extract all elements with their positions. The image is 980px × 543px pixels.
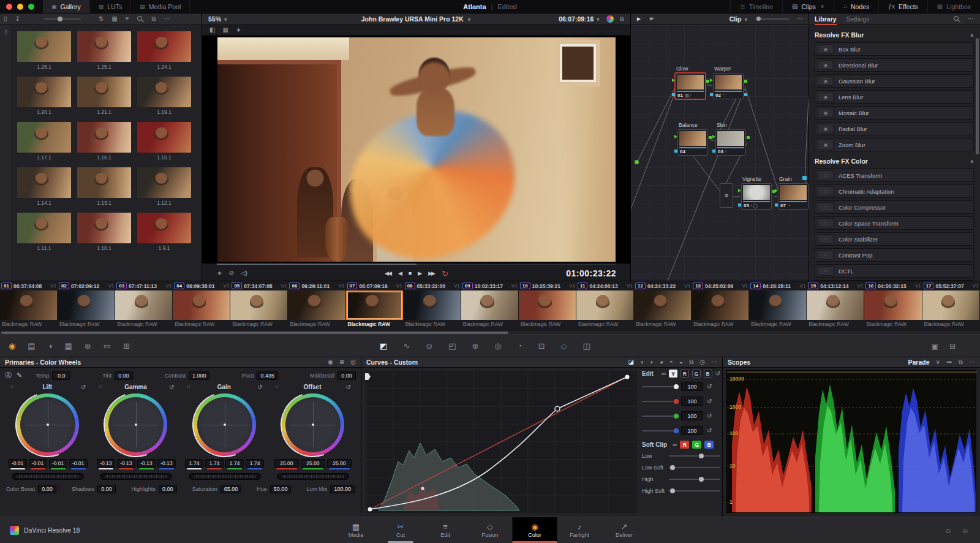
reset-icon[interactable]: ↺ <box>707 428 712 434</box>
gain-slider[interactable] <box>642 401 677 402</box>
log-wheels-icon[interactable]: ◑ <box>48 341 53 351</box>
scrollbar-handle[interactable] <box>1 332 508 334</box>
wheel-value[interactable]: -0.01 <box>29 459 47 468</box>
grid-view-icon[interactable]: ▦ <box>111 16 117 22</box>
page-button[interactable]: ✂ Cut <box>379 517 423 543</box>
page-button[interactable]: ♪ Fairlight <box>557 517 602 543</box>
timeline-clip[interactable]: 09 10:02:33:17 V1 Blackmagic RAW <box>461 281 519 335</box>
gain-value[interactable]: 100 <box>681 382 703 391</box>
still-item[interactable]: 1.24.1 <box>137 31 191 70</box>
adjustment-field[interactable]: Mid/Detail 0.00 <box>310 371 356 380</box>
still-thumbnail[interactable] <box>137 77 191 107</box>
wheel-value[interactable]: -0.01 <box>69 459 88 468</box>
rgb-mixer-icon[interactable]: ⊛ <box>85 341 91 351</box>
step-back-button[interactable]: ◀ <box>398 270 401 276</box>
clip-thumbnail[interactable] <box>519 290 576 320</box>
color-wheel-icon[interactable] <box>606 15 614 23</box>
clip-thumbnail[interactable] <box>922 290 979 320</box>
skip-to-start-button[interactable]: ◀◀ <box>385 270 391 276</box>
channel-b-button[interactable]: B <box>704 370 712 378</box>
clip-thumbnail[interactable] <box>346 290 403 320</box>
timeline-clip[interactable]: 06 06:29:11:01 V1 Blackmagic RAW <box>288 281 345 335</box>
minimize-window-button[interactable] <box>17 4 23 10</box>
close-window-button[interactable] <box>6 4 12 10</box>
footer-value[interactable]: 50.00 <box>270 485 292 493</box>
wheel-value[interactable]: -0.13 <box>157 459 176 468</box>
fx-item[interactable]: ∷ Color Space Transform <box>815 216 974 230</box>
hue-vs-hue-icon[interactable]: ◖ <box>640 359 644 365</box>
gain-master-slider[interactable] <box>189 473 261 480</box>
still-thumbnail[interactable] <box>17 31 71 62</box>
soft-slider[interactable] <box>669 490 720 492</box>
split-compare-icon[interactable]: ◧ <box>209 27 215 33</box>
gain-value[interactable]: 100 <box>681 411 703 420</box>
auto-balance-icon[interactable]: ◉ <box>328 359 333 365</box>
clip-thumbnail[interactable] <box>115 290 172 320</box>
layer-mixer-node[interactable]: ≋ <box>720 183 733 208</box>
clip-thumbnail[interactable] <box>807 290 864 320</box>
tab-library[interactable]: Library <box>815 13 837 25</box>
settings-gear-icon[interactable]: ☼ <box>962 526 969 535</box>
sidebar-toggle-icon[interactable]: ▯ <box>4 29 7 35</box>
grab-still-icon[interactable]: ↧ <box>15 16 20 22</box>
search-icon[interactable] <box>137 16 144 23</box>
qualifier-palette-icon[interactable]: ∿ <box>403 341 410 351</box>
still-albums-icon[interactable]: ▯ <box>4 16 7 22</box>
still-item[interactable]: 1.15.1 <box>137 122 191 161</box>
primaries-bars-icon[interactable]: ▤ <box>28 341 35 351</box>
thumbnail-size-slider[interactable] <box>44 18 81 20</box>
adjustment-field[interactable]: Pivot 0.435 <box>241 371 278 380</box>
still-thumbnail[interactable] <box>77 167 131 198</box>
timeline-clip[interactable]: 03 07:47:11:13 V1 Blackmagic RAW <box>115 281 173 335</box>
footer-field[interactable]: Shadows 0.00 <box>72 485 116 493</box>
wheel-mode-icon[interactable]: ⁙ <box>10 384 14 390</box>
still-item[interactable]: 1.21.1 <box>77 77 131 115</box>
footer-value[interactable]: 0.00 <box>38 485 56 493</box>
wheel-value[interactable]: 1.74 <box>205 459 224 468</box>
viewer-zoom-select[interactable]: 55% ∨ <box>208 15 228 23</box>
ab-compare-icon[interactable]: ◎ <box>350 359 356 365</box>
still-item[interactable]: 1.13.1 <box>77 167 131 206</box>
source-input-dot[interactable] <box>635 160 639 164</box>
node-warper[interactable]: Warper 02∷ <box>713 66 744 99</box>
channel-y-button[interactable]: Y <box>669 370 677 378</box>
adjustment-value[interactable]: 0.435 <box>257 371 278 380</box>
timeline-clip[interactable]: 16 04:56:32:15 V1 Blackmagic RAW <box>864 281 922 335</box>
lum-vs-sat-icon[interactable]: ◓ <box>669 359 673 365</box>
lift-master-slider[interactable] <box>12 473 84 480</box>
still-thumbnail[interactable] <box>77 122 131 153</box>
still-item[interactable]: 1.19.1 <box>137 77 191 115</box>
view-toggle[interactable]: ▦ Lightbox <box>927 0 980 13</box>
adjustment-value[interactable]: 1.000 <box>189 371 210 380</box>
reset-icon[interactable]: ↺ <box>169 384 174 390</box>
still-item[interactable]: 1.25.1 <box>77 31 131 70</box>
clip-thumbnail[interactable] <box>864 290 921 320</box>
channel-r-button[interactable]: R <box>680 370 689 378</box>
raw-palette-icon[interactable]: ⊞ <box>123 341 130 351</box>
node-zoom-slider[interactable] <box>755 18 790 20</box>
still-thumbnail[interactable] <box>137 213 191 243</box>
collapse-icon[interactable]: ∧ <box>970 159 974 164</box>
still-thumbnail[interactable] <box>137 167 191 198</box>
timeline-clip[interactable]: 15 04:13:12:14 V1 Blackmagic RAW <box>807 281 864 335</box>
wheel-value[interactable]: 1.74 <box>185 459 203 468</box>
fx-item[interactable]: ◉ Radial Blur <box>815 122 974 135</box>
soft-clip-r-button[interactable]: R <box>680 441 689 449</box>
footer-field[interactable]: Highlights 0.00 <box>131 485 177 493</box>
auto-icon[interactable]: Ⓐ <box>5 371 12 380</box>
clip-thumbnail[interactable] <box>692 290 748 320</box>
soft-slider[interactable] <box>669 455 720 457</box>
reset-icon[interactable]: ↺ <box>257 384 262 390</box>
key-palette-icon[interactable]: ◔ <box>518 341 522 351</box>
timeline-clip[interactable]: 10 10:25:39:21 V1 Blackmagic RAW <box>519 281 576 335</box>
fx-item[interactable]: ◉ Zoom Blur <box>815 138 974 151</box>
reset-icon[interactable]: ↺ <box>707 384 712 390</box>
footer-value[interactable]: 0.00 <box>97 485 116 493</box>
still-item[interactable]: 1.10.1 <box>77 213 131 251</box>
clip-thumbnail[interactable] <box>288 290 345 320</box>
adjustment-value[interactable]: 0.00 <box>115 371 133 380</box>
footer-field[interactable]: Lum Mix 100.00 <box>306 485 355 493</box>
hue-vs-lum-icon[interactable]: ◕ <box>660 359 663 365</box>
node-grain[interactable]: Grain 07◔ <box>778 176 809 210</box>
window-controls[interactable] <box>0 4 43 10</box>
